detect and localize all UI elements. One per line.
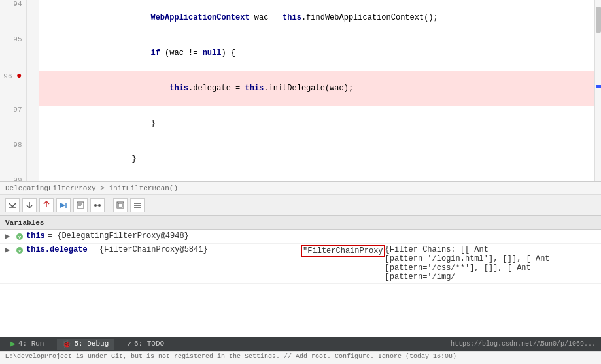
field-icon: v [15, 246, 24, 255]
settings-icon [133, 201, 142, 210]
gutter-96 [26, 71, 39, 106]
line-content-97: } [42, 106, 601, 141]
run-to-cursor-button[interactable] [56, 198, 71, 212]
run-tab[interactable]: ▶ 4: Run [5, 337, 49, 350]
frames-button[interactable] [113, 198, 128, 212]
var-value-delegate-prefix: = {FilterChainProxy@5841} [90, 245, 301, 254]
gutter-94 [26, 0, 39, 35]
frames-icon [116, 201, 125, 210]
toolbar-separator-1 [109, 199, 109, 211]
run-tab-label: 4: Run [18, 340, 44, 348]
step-into-button[interactable] [22, 198, 37, 212]
line-content-99 [42, 176, 601, 182]
line-num-94: 94 [0, 0, 26, 35]
svg-rect-11 [118, 203, 122, 207]
step-over-icon [8, 201, 17, 210]
scrollbar[interactable] [594, 0, 601, 181]
local-var-icon: v [15, 232, 24, 241]
code-table: 94 WebApplicationContext wac = this.find… [0, 0, 601, 182]
var-name-this: this [26, 231, 45, 240]
trace-icon [93, 201, 102, 210]
line-num-98: 98 [0, 141, 26, 176]
step-over-button[interactable] [5, 198, 20, 212]
gutter-99 [26, 176, 39, 182]
variable-row-delegate[interactable]: ▶ v this.delegate = {FilterChainProxy@58… [0, 244, 601, 284]
status-bar: ▶ 4: Run 🐞 5: Debug ✓ 6: TODO https://bl… [0, 337, 601, 351]
expand-icon-delegate[interactable]: ▶ [5, 245, 14, 255]
line-content-95: if (wac != null) { [42, 35, 601, 71]
trace-button[interactable] [90, 198, 105, 212]
status-bar-left: ▶ 4: Run 🐞 5: Debug ✓ 6: TODO [5, 337, 169, 350]
step-into-icon [25, 201, 34, 210]
svg-point-8 [98, 204, 101, 207]
expand-icon-this[interactable]: ▶ [5, 231, 14, 241]
code-line-99: 99 [0, 176, 601, 182]
variables-header: Variables [0, 216, 601, 230]
gutter-95 [26, 35, 39, 71]
step-out-icon [42, 201, 51, 210]
step-out-button[interactable] [39, 198, 54, 212]
variable-row-this[interactable]: ▶ v this = {DelegatingFilterProxy@4948} [0, 230, 601, 244]
code-line-98: 98 } [0, 141, 601, 176]
gutter-97 [26, 106, 39, 141]
var-icon-delegate: v [14, 245, 25, 256]
debug-tab-label: 5: Debug [74, 340, 109, 348]
code-line-97: 97 } [0, 106, 601, 141]
line-num-97: 97 [0, 106, 26, 141]
evaluate-icon [76, 201, 85, 210]
todo-tab[interactable]: ✓ 6: TODO [122, 339, 169, 350]
code-line-94: 94 WebApplicationContext wac = this.find… [0, 0, 601, 35]
git-status-text: E:\developProject is under Git, but is n… [5, 353, 456, 360]
evaluate-button[interactable] [73, 198, 88, 212]
line-num-96: 96 ● [0, 71, 26, 106]
variables-panel: Variables ▶ v this = {DelegatingFilterPr… [0, 216, 601, 337]
scroll-marker [596, 85, 601, 88]
run-to-cursor-icon [59, 201, 68, 210]
url-display: https://blog.csdn.net/A5un0/p/1069... [169, 340, 596, 348]
var-name-delegate: this.delegate [26, 245, 88, 254]
highlighted-value-delegate: "FilterChainProxy [301, 245, 385, 257]
run-play-icon: ▶ [10, 339, 16, 349]
line-num-99: 99 [0, 176, 26, 182]
svg-point-7 [94, 204, 97, 207]
debug-bug-icon: 🐞 [62, 340, 71, 348]
todo-tab-label: 6: TODO [134, 340, 164, 348]
breadcrumb-bar: DelegatingFilterProxy > initFilterBean() [0, 182, 601, 195]
line-num-95: 95 [0, 35, 26, 71]
line-content-96: this.delegate = this.initDelegate(wac); [42, 71, 601, 106]
line-content-98: } [42, 141, 601, 176]
gutter-98 [26, 141, 39, 176]
var-value-this: = {DelegatingFilterProxy@4948} [48, 231, 596, 240]
breadcrumb: DelegatingFilterProxy > initFilterBean() [5, 184, 178, 192]
debug-tab[interactable]: 🐞 5: Debug [57, 339, 114, 350]
var-icon-this: v [14, 231, 25, 242]
code-line-96: 96 ● this.delegate = this.initDelegate(w… [0, 71, 601, 106]
git-status-bar: E:\developProject is under Git, but is n… [0, 351, 601, 364]
scroll-thumb[interactable] [596, 7, 601, 33]
line-content-94: WebApplicationContext wac = this.findWeb… [42, 0, 601, 35]
panel-title: Variables [5, 219, 44, 227]
code-line-95: 95 if (wac != null) { [0, 35, 601, 71]
var-value-delegate-rest: {Filter Chains: [[ Ant [pattern='/login.… [385, 245, 596, 282]
code-editor: 94 WebApplicationContext wac = this.find… [0, 0, 601, 182]
settings-button[interactable] [130, 198, 145, 212]
todo-check-icon: ✓ [127, 340, 131, 348]
variables-content: ▶ v this = {DelegatingFilterProxy@4948} … [0, 230, 601, 337]
debug-toolbar [0, 195, 601, 216]
